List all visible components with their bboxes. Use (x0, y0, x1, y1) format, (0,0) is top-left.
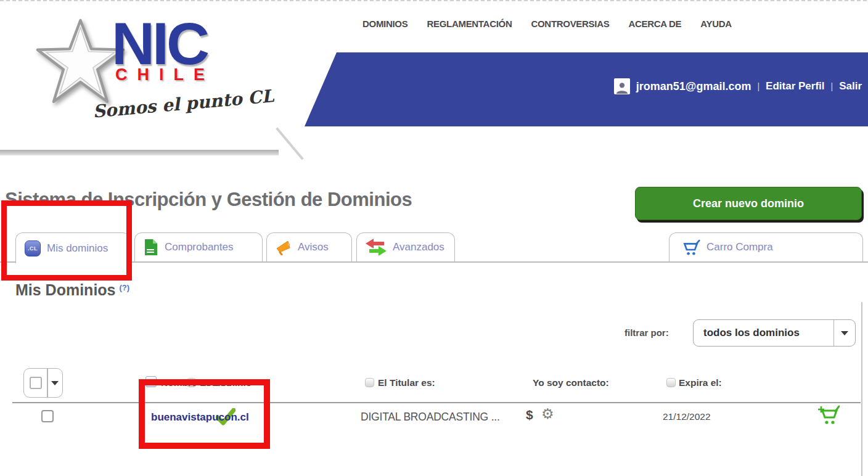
transfer-arrows-icon (366, 238, 387, 256)
gear-icon[interactable]: ⚙ (541, 406, 554, 422)
select-all-dropdown[interactable] (48, 381, 63, 385)
row-checkbox[interactable] (41, 410, 54, 422)
tab-mis-dominios[interactable]: .CL Mis dominios (15, 232, 130, 263)
nav-item-dominios[interactable]: DOMINIOS (362, 18, 407, 29)
section-heading-text: Mis Dominios (15, 281, 116, 298)
megaphone-icon (276, 239, 292, 255)
nav-item-ayuda[interactable]: AYUDA (700, 18, 731, 29)
top-divider (0, 0, 868, 1)
tab-carro-compra[interactable]: Carro Compra (669, 232, 863, 261)
nav-item-reglamentacion[interactable]: REGLAMENTACIÓN (427, 18, 512, 29)
filter-selected-value: todos los dominios (694, 327, 833, 339)
separator: | (757, 81, 760, 91)
select-all-control (23, 368, 63, 398)
tab-comprobantes[interactable]: Comprobantes (134, 232, 263, 261)
tab-label: Carro Compra (706, 241, 773, 253)
header-shadow-bar (0, 150, 279, 155)
filter-label: filtrar por: (624, 327, 669, 338)
cart-icon (682, 239, 700, 256)
sort-asc-icon[interactable] (145, 376, 157, 387)
edit-profile-link[interactable]: Editar Perfil (766, 80, 824, 92)
top-navigation: DOMINIOS REGLAMENTACIÓN CONTROVERSIAS AC… (362, 18, 732, 29)
tab-avisos[interactable]: Avisos (266, 232, 352, 261)
payment-icon[interactable]: $ (526, 408, 533, 422)
expiration-date: 21/12/2022 (663, 411, 711, 422)
user-email: jroman51@gmail.com (636, 80, 751, 93)
nav-item-acerca-de[interactable]: ACERCA DE (628, 18, 681, 29)
logo-nic-text: NIC (112, 14, 207, 73)
cl-badge-icon: .CL (25, 240, 41, 256)
domain-filter-select[interactable]: todos los dominios (693, 319, 856, 347)
page-title: Sistema de Inscripción y Gestión de Domi… (5, 189, 412, 211)
header-diagonal-edge (276, 127, 303, 160)
tab-label: Comprobantes (165, 241, 234, 253)
column-checkbox-titular[interactable] (365, 378, 374, 387)
holder-name: DIGITAL BROADCASTING ... (361, 411, 500, 424)
user-session-bar: jroman51@gmail.com | Editar Perfil | Sal… (614, 78, 862, 94)
help-link[interactable]: (?) (120, 283, 130, 292)
document-icon (144, 239, 158, 256)
nav-item-controversias[interactable]: CONTROVERSIAS (531, 18, 609, 29)
add-to-cart-icon[interactable] (817, 405, 840, 425)
tab-label: Avisos (298, 241, 329, 253)
nic-chile-domain-manager: NIC CHILE Somos el punto CL DOMINIOS REG… (0, 0, 868, 476)
select-all-checkbox[interactable] (30, 377, 42, 389)
tab-label: Avanzados (393, 241, 444, 253)
nic-chile-logo[interactable]: NIC CHILE Somos el punto CL (34, 11, 287, 144)
column-header-expira-el[interactable]: Expira el: (679, 377, 722, 388)
section-heading: Mis Dominios(?) (15, 281, 129, 299)
column-header-yo-soy-contacto[interactable]: Yo soy contacto: (533, 377, 609, 388)
logo-chile-text: CHILE (115, 65, 215, 84)
user-avatar-icon (614, 78, 630, 94)
tab-bottom-line (0, 261, 868, 263)
logout-link[interactable]: Salir (839, 80, 862, 92)
column-header-el-titular-es[interactable]: El Titular es: (378, 377, 435, 388)
column-header-nombre-de-dominio[interactable]: Nombre de Dominio (161, 377, 252, 388)
domain-link[interactable]: buenavistapucon.cl (151, 411, 249, 424)
content-right-border (861, 302, 862, 476)
create-domain-button[interactable]: Crear nuevo dominio (635, 187, 862, 220)
separator: | (831, 81, 833, 91)
table-header-separator (12, 402, 861, 403)
tab-avanzados[interactable]: Avanzados (356, 232, 455, 261)
caret-down-icon (834, 331, 855, 335)
user-banner: jroman51@gmail.com | Editar Perfil | Sal… (305, 52, 868, 126)
tab-label: Mis dominios (47, 242, 108, 255)
column-checkbox-expira[interactable] (666, 378, 676, 387)
